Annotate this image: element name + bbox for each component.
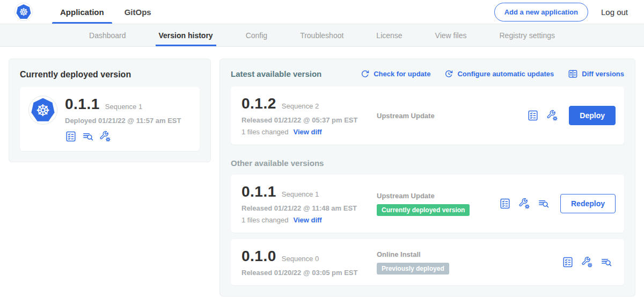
config-wrench-icon[interactable] [581,256,593,268]
app-version-logo: ☸ [28,96,57,125]
tab-application[interactable]: Application [52,0,112,24]
version-source-label: Upstream Update [377,112,527,120]
app-header: ☸ Application GitOps Add a new applicati… [0,0,644,24]
diff-table-icon [568,69,578,79]
subnav-view-files[interactable]: View files [434,24,468,46]
diff-versions-label: Diff versions [582,70,624,78]
released-timestamp: Released 01/21/22 @ 05:37 pm EST [241,116,377,124]
deploy-logs-icon[interactable] [538,198,550,210]
preflight-checks-icon[interactable] [499,198,511,210]
check-for-update-link[interactable]: Check for update [361,69,430,78]
subnav-troubleshoot[interactable]: Troubleshoot [299,24,345,46]
kubernetes-helm-wheel-icon: ☸ [31,98,55,122]
subnav-registry-settings[interactable]: Registry settings [499,24,556,46]
previously-deployed-badge: Previously deployed [377,263,449,275]
tab-gitops[interactable]: GitOps [116,0,159,24]
deploy-logs-icon[interactable] [601,256,612,268]
redeploy-button[interactable]: Redeploy [560,194,616,213]
version-history-panel: Latest available version Check for updat… [219,59,635,297]
other-available-heading: Other available versions [231,158,624,168]
auto-update-clock-icon [444,69,453,78]
subnav-config[interactable]: Config [245,24,268,46]
subnav-troubleshoot-label: Troubleshoot [300,31,343,40]
sequence-label: Sequence 1 [282,190,319,198]
version-row-0.1.2: 0.1.2 Sequence 2 Released 01/21/22 @ 05:… [231,86,624,145]
version-source-label: Upstream Update [377,192,499,200]
preflight-checks-icon[interactable] [527,110,539,121]
preflight-checks-icon[interactable] [65,131,77,142]
check-for-update-label: Check for update [374,70,430,78]
subnav-registry-settings-label: Registry settings [500,31,555,40]
tab-gitops-label: GitOps [125,8,151,17]
view-diff-link[interactable]: View diff [293,128,321,136]
subnav-config-label: Config [246,31,267,40]
sequence-label: Sequence 0 [282,255,319,263]
subnav-license[interactable]: License [375,24,403,46]
config-wrench-icon[interactable] [99,131,111,142]
subnav-version-history[interactable]: Version history [158,24,214,46]
version-number: 0.1.1 [241,183,276,200]
deployed-version-number: 0.1.1 [65,96,100,113]
logout-link[interactable]: Log out [601,8,628,17]
subnav-dashboard[interactable]: Dashboard [88,24,127,46]
files-changed-label: 1 files changed [241,216,288,224]
released-timestamp: Released 01/21/22 @ 11:48 am EST [241,204,377,212]
latest-available-heading: Latest available version [231,69,321,78]
tab-application-label: Application [60,8,104,17]
configure-automatic-updates-label: Configure automatic updates [457,70,554,78]
subnav-license-label: License [376,31,402,40]
view-diff-link[interactable]: View diff [293,216,321,224]
subnav-dashboard-label: Dashboard [89,31,126,40]
files-changed-label: 1 files changed [241,128,288,136]
deployed-sequence-label: Sequence 1 [105,103,142,111]
deploy-logs-icon[interactable] [82,131,94,142]
kubernetes-app-logo: ☸ [14,3,33,21]
subnav-view-files-label: View files [435,31,467,40]
main-content: Currently deployed version ☸ 0.1.1 Seque… [0,47,644,303]
version-source-label: Online Install [377,250,562,258]
preflight-checks-icon[interactable] [562,256,574,268]
refresh-icon [361,69,370,78]
version-number: 0.1.0 [241,248,276,265]
currently-deployed-badge: Currently deployed version [377,204,470,216]
configure-automatic-updates-link[interactable]: Configure automatic updates [444,69,554,78]
config-wrench-icon[interactable] [518,198,530,210]
subnav-version-history-label: Version history [159,31,213,40]
kubernetes-helm-wheel-icon: ☸ [16,4,31,19]
version-number: 0.1.2 [241,95,276,112]
add-new-application-button[interactable]: Add a new application [494,3,588,21]
deployed-timestamp: Deployed 01/21/22 @ 11:57 am EST [65,117,181,125]
released-timestamp: Released 01/20/22 @ 03:05 pm EST [241,269,377,277]
deploy-button[interactable]: Deploy [569,106,616,125]
app-subnav: Dashboard Version history Config Trouble… [0,24,644,47]
sequence-label: Sequence 2 [282,102,319,110]
version-row-0.1.1: 0.1.1 Sequence 1 Released 01/21/22 @ 11:… [231,175,624,233]
currently-deployed-panel: Currently deployed version ☸ 0.1.1 Seque… [9,59,211,162]
currently-deployed-title: Currently deployed version [20,70,200,80]
version-row-0.1.0: 0.1.0 Sequence 0 Released 01/20/22 @ 03:… [231,239,624,285]
diff-versions-link[interactable]: Diff versions [568,69,624,79]
header-tabs: Application GitOps [52,0,164,24]
config-wrench-icon[interactable] [546,110,558,121]
currently-deployed-card: ☸ 0.1.1 Sequence 1 Deployed 01/21/22 @ 1… [20,87,200,151]
